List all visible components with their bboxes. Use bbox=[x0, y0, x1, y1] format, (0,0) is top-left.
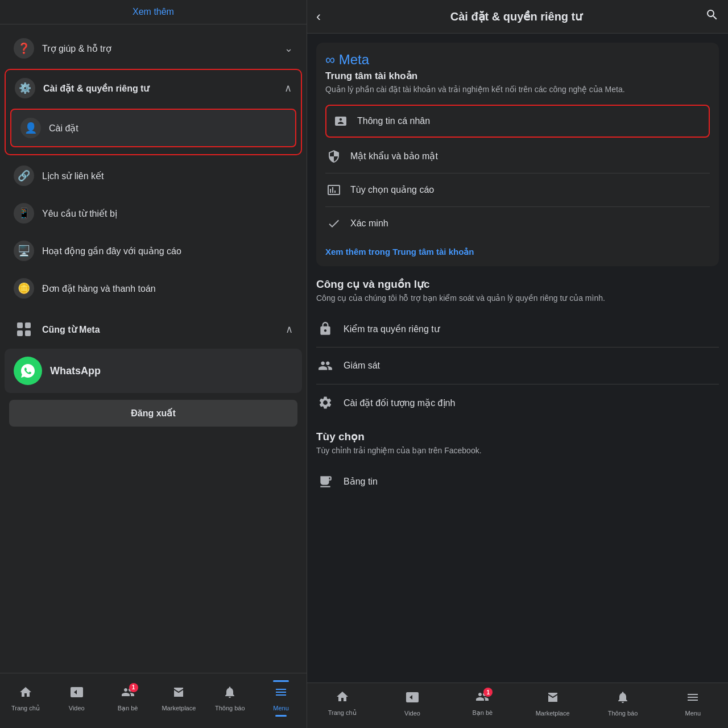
bang-tin-item[interactable]: Bảng tin bbox=[316, 464, 719, 500]
right-nav-notifications-label: Thông báo bbox=[608, 710, 638, 717]
tuy-chon-quang-cao-option[interactable]: Tùy chọn quảng cáo bbox=[325, 173, 710, 207]
left-content: ❓ Trợ giúp & hỗ trợ ⌄ ⚙️ Cài đặt & quyền… bbox=[0, 24, 307, 673]
xac-minh-label: Xác minh bbox=[350, 218, 388, 229]
giam-sat-item[interactable]: Giám sát bbox=[316, 348, 719, 384]
kiem-tra-quyen-rieng-tu-item[interactable]: Kiểm tra quyền riêng tư bbox=[316, 311, 719, 348]
don-dat-hang-label: Đơn đặt hàng và thanh toán bbox=[42, 283, 156, 294]
left-nav-friends[interactable]: 1 Bạn bè bbox=[102, 683, 154, 714]
don-dat-hang-item[interactable]: 🪙 Đơn đặt hàng và thanh toán bbox=[5, 270, 302, 307]
xac-minh-option[interactable]: Xác minh bbox=[325, 207, 710, 240]
left-nav-menu[interactable]: Menu bbox=[255, 678, 307, 719]
device-icon: 📱 bbox=[14, 203, 34, 224]
options-title: Tùy chọn bbox=[316, 430, 719, 443]
back-button[interactable]: ‹ bbox=[316, 9, 321, 24]
thong-tin-ca-nhan-label: Thông tin cá nhân bbox=[357, 116, 430, 126]
cai-dat-doi-tuong-label: Cài đặt đối tượng mặc định bbox=[344, 398, 455, 408]
logout-button[interactable]: Đăng xuất bbox=[9, 400, 297, 427]
right-marketplace-icon bbox=[546, 690, 560, 708]
svg-rect-1 bbox=[25, 322, 31, 328]
settings-label: Cài đặt & quyền riêng tư bbox=[43, 83, 276, 94]
monitor-icon bbox=[316, 357, 334, 375]
also-header[interactable]: Cũng từ Meta ∧ bbox=[5, 311, 302, 348]
menu-icon bbox=[274, 685, 288, 702]
tools-section: Công cụ và nguồn lực Công cụ của chúng t… bbox=[316, 278, 719, 421]
right-nav-menu[interactable]: Menu bbox=[658, 688, 728, 719]
yeu-cau-thiet-bi-item[interactable]: 📱 Yêu cầu từ thiết bị bbox=[5, 195, 302, 231]
kiem-tra-label: Kiểm tra quyền riêng tư bbox=[344, 324, 440, 334]
link-icon: 🔗 bbox=[14, 166, 34, 186]
search-button[interactable] bbox=[705, 8, 719, 25]
right-nav-video[interactable]: Video bbox=[377, 688, 447, 719]
lock-icon bbox=[316, 320, 334, 338]
payment-icon: 🪙 bbox=[14, 278, 34, 299]
whatsapp-icon bbox=[14, 357, 42, 385]
also-header-label: Cũng từ Meta bbox=[42, 324, 278, 335]
cai-dat-label: Cài đặt bbox=[49, 123, 78, 134]
right-nav-friends-label: Bạn bè bbox=[472, 709, 493, 717]
meta-link[interactable]: Xem thêm trong Trung tâm tài khoản bbox=[325, 247, 710, 257]
help-icon: ❓ bbox=[14, 38, 34, 59]
id-card-icon bbox=[332, 113, 349, 130]
help-arrow-icon: ⌄ bbox=[284, 42, 293, 55]
right-nav-friends[interactable]: 1 Bạn bè bbox=[448, 688, 518, 719]
shield-icon bbox=[325, 148, 342, 165]
thong-tin-ca-nhan-option[interactable]: Thông tin cá nhân bbox=[325, 105, 710, 138]
lich-su-lien-ket-label: Lịch sử liên kết bbox=[42, 171, 104, 181]
news-icon bbox=[316, 473, 334, 491]
right-nav-home[interactable]: Trang chủ bbox=[307, 688, 377, 719]
left-nav-notifications-label: Thông báo bbox=[215, 705, 245, 712]
right-nav-menu-label: Menu bbox=[685, 710, 701, 717]
right-nav-notifications[interactable]: Thông báo bbox=[588, 688, 657, 719]
see-more-label: Xem thêm bbox=[133, 7, 174, 17]
settings-children: 👤 Cài đặt bbox=[6, 109, 301, 154]
lich-su-lien-ket-item[interactable]: 🔗 Lịch sử liên kết bbox=[5, 158, 302, 194]
right-header-title: Cài đặt & quyền riêng tư bbox=[328, 10, 705, 23]
verify-icon bbox=[325, 215, 342, 232]
left-nav-home-label: Trang chủ bbox=[11, 705, 40, 712]
also-from-meta-section: Cũng từ Meta ∧ WhatsApp bbox=[5, 311, 302, 393]
left-nav-home[interactable]: Trang chủ bbox=[0, 683, 51, 714]
svg-rect-2 bbox=[17, 330, 23, 336]
left-nav-notifications[interactable]: Thông báo bbox=[204, 683, 255, 714]
menu-active-bar bbox=[273, 680, 289, 682]
left-nav-video[interactable]: Video bbox=[51, 683, 102, 714]
help-menu-item[interactable]: ❓ Trợ giúp & hỗ trợ ⌄ bbox=[5, 30, 302, 67]
svg-rect-0 bbox=[17, 322, 23, 328]
right-menu-icon bbox=[686, 690, 700, 708]
right-panel: ‹ Cài đặt & quyền riêng tư ∞ Meta Trung … bbox=[307, 0, 728, 728]
right-content: ∞ Meta Trung tâm tài khoản Quản lý phần … bbox=[307, 34, 728, 682]
left-panel: Xem thêm ❓ Trợ giúp & hỗ trợ ⌄ ⚙️ Cài đặ… bbox=[0, 0, 307, 728]
tools-desc: Công cụ của chúng tôi hỗ trợ bạn kiểm so… bbox=[316, 293, 719, 304]
options-desc: Tùy chỉnh trải nghiệm của bạn trên Faceb… bbox=[316, 445, 719, 457]
ads-icon: 🖥️ bbox=[14, 241, 34, 261]
left-nav-video-label: Video bbox=[69, 705, 85, 712]
tools-title: Công cụ và nguồn lực bbox=[316, 278, 719, 291]
left-bottom-nav: Trang chủ Video 1 Bạn bè Marketplace bbox=[0, 673, 307, 728]
bang-tin-label: Bảng tin bbox=[344, 476, 378, 487]
settings-section: ⚙️ Cài đặt & quyền riêng tư ∧ 👤 Cài đặt bbox=[5, 69, 302, 155]
hoat-dong-quang-cao-item[interactable]: 🖥️ Hoạt động gần đây với quảng cáo bbox=[5, 233, 302, 269]
meta-card-title: Trung tâm tài khoản bbox=[325, 70, 710, 82]
left-nav-menu-label: Menu bbox=[273, 705, 289, 712]
top-bar: Xem thêm bbox=[0, 0, 307, 24]
meta-card-desc: Quản lý phần cài đặt tài khoản và trải n… bbox=[325, 84, 710, 96]
audience-settings-icon bbox=[316, 394, 334, 412]
mat-khau-bao-mat-option[interactable]: Mật khẩu và bảo mật bbox=[325, 140, 710, 173]
tuy-chon-quang-cao-label: Tùy chọn quảng cáo bbox=[350, 184, 434, 195]
settings-arrow-icon: ∧ bbox=[284, 82, 292, 94]
whatsapp-item[interactable]: WhatsApp bbox=[5, 349, 302, 393]
left-nav-marketplace-label: Marketplace bbox=[162, 705, 196, 712]
meta-card: ∞ Meta Trung tâm tài khoản Quản lý phần … bbox=[316, 43, 719, 266]
right-nav-marketplace[interactable]: Marketplace bbox=[518, 688, 588, 719]
settings-header[interactable]: ⚙️ Cài đặt & quyền riêng tư ∧ bbox=[6, 70, 301, 106]
cai-dat-doi-tuong-item[interactable]: Cài đặt đối tượng mặc định bbox=[316, 384, 719, 421]
left-nav-friends-label: Bạn bè bbox=[118, 705, 138, 712]
hoat-dong-quang-cao-label: Hoạt động gần đây với quảng cáo bbox=[42, 246, 181, 257]
marketplace-icon bbox=[172, 685, 185, 702]
right-bell-icon bbox=[616, 690, 630, 708]
home-icon bbox=[19, 685, 32, 702]
cai-dat-item[interactable]: 👤 Cài đặt bbox=[10, 109, 296, 147]
left-nav-marketplace[interactable]: Marketplace bbox=[153, 683, 204, 714]
whatsapp-label: WhatsApp bbox=[50, 365, 101, 377]
svg-rect-3 bbox=[25, 330, 31, 336]
